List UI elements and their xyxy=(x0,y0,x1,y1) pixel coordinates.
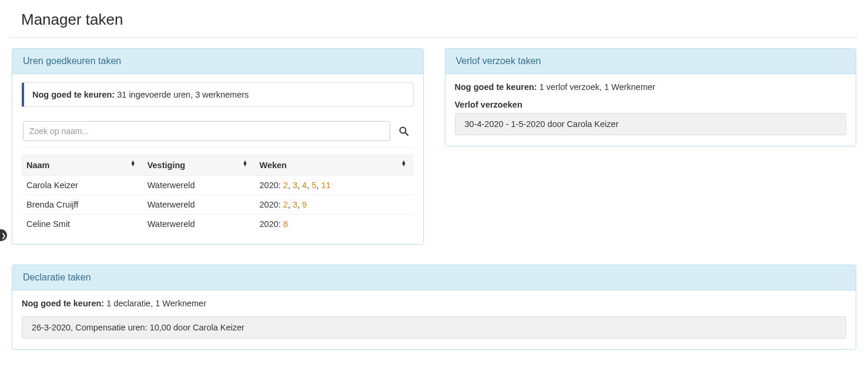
cell-location: Waterwereld xyxy=(143,176,255,195)
cell-weeks: 2020: 2, 3, 9 xyxy=(255,195,414,215)
cell-weeks: 2020: 8 xyxy=(255,215,414,234)
cell-name: Brenda Cruijff xyxy=(22,195,143,215)
week-separator: , xyxy=(288,200,293,209)
panel-body-leave: Nog goed te keuren: 1 verlof verzoek, 1 … xyxy=(445,74,856,146)
week-link[interactable]: 3 xyxy=(293,181,297,190)
column-left: Uren goedkeuren taken Nog goed te keuren… xyxy=(12,48,424,245)
svg-line-1 xyxy=(405,133,408,136)
left-edge-handle[interactable]: ❯ xyxy=(0,229,7,241)
weeks-year-label: 2020: xyxy=(260,200,283,209)
cell-name: Carola Keizer xyxy=(22,176,143,195)
week-link[interactable]: 9 xyxy=(302,200,307,209)
pending-label: Nog goed te keuren: xyxy=(22,299,104,308)
cell-location: Waterwereld xyxy=(143,215,255,234)
expenses-pending-line: Nog goed te keuren: 1 declaratie, 1 Werk… xyxy=(22,299,846,308)
sort-icon: ▲▼ xyxy=(130,161,136,166)
sort-icon: ▲▼ xyxy=(401,161,407,166)
pending-text: 31 ingevoerde uren, 3 werknemers xyxy=(117,90,249,99)
week-separator: , xyxy=(288,181,293,190)
column-header-weeks-label: Weken xyxy=(260,161,287,170)
pending-label: Nog goed te keuren: xyxy=(32,90,115,99)
panel-hours-approval: Uren goedkeuren taken Nog goed te keuren… xyxy=(12,48,424,245)
table-row: Carola KeizerWaterwereld2020: 2, 3, 4, 5… xyxy=(22,176,414,195)
panel-expenses: Declaratie taken Nog goed te keuren: 1 d… xyxy=(12,265,856,350)
week-separator: , xyxy=(297,200,302,209)
week-link[interactable]: 8 xyxy=(283,219,288,229)
panel-header-expenses: Declaratie taken xyxy=(12,265,856,290)
column-header-name-label: Naam xyxy=(26,161,50,170)
week-link[interactable]: 3 xyxy=(293,200,297,209)
arrow-right-icon: ❯ xyxy=(1,232,6,239)
weeks-year-label: 2020: xyxy=(260,219,283,229)
two-column-layout: Uren goedkeuren taken Nog goed te keuren… xyxy=(9,48,859,245)
expense-item[interactable]: 26-3-2020, Compensatie uren: 10,00 door … xyxy=(22,316,846,339)
search-row xyxy=(22,121,414,141)
pending-label: Nog goed te keuren: xyxy=(455,82,537,92)
search-icon xyxy=(399,126,408,136)
cell-name: Celine Smit xyxy=(22,215,143,234)
search-divider xyxy=(22,147,414,148)
panel-header-leave: Verlof verzoek taken xyxy=(445,49,856,74)
week-link[interactable]: 4 xyxy=(302,181,307,190)
cell-weeks: 2020: 2, 3, 4, 5, 11 xyxy=(255,176,414,195)
panel-body-hours: Nog goed te keuren: 31 ingevoerde uren, … xyxy=(12,74,423,244)
pending-text: 1 declaratie, 1 Werknemer xyxy=(106,299,206,308)
table-row: Brenda CruijffWaterwereld2020: 2, 3, 9 xyxy=(22,195,414,215)
panel-leave-requests: Verlof verzoek taken Nog goed te keuren:… xyxy=(445,48,857,146)
leave-request-item[interactable]: 30-4-2020 - 1-5-2020 door Carola Keizer xyxy=(455,113,847,135)
week-link[interactable]: 2 xyxy=(283,181,288,190)
leave-subheading: Verlof verzoeken xyxy=(455,100,847,109)
search-input[interactable] xyxy=(23,121,390,141)
week-separator: , xyxy=(297,181,302,190)
pending-text: 1 verlof verzoek, 1 Werknemer xyxy=(539,82,655,92)
column-header-weeks[interactable]: Weken ▲▼ xyxy=(255,155,414,176)
cell-location: Waterwereld xyxy=(143,195,255,215)
column-right: Verlof verzoek taken Nog goed te keuren:… xyxy=(445,48,857,245)
week-link[interactable]: 2 xyxy=(283,200,288,209)
weeks-year-label: 2020: xyxy=(260,181,283,190)
page-title: Manager taken xyxy=(9,0,859,37)
leave-pending-line: Nog goed te keuren: 1 verlof verzoek, 1 … xyxy=(455,82,847,92)
page-divider xyxy=(9,37,859,38)
hours-table: Naam ▲▼ Vestiging ▲▼ Weken ▲▼ xyxy=(22,155,414,233)
panel-header-hours: Uren goedkeuren taken xyxy=(12,49,423,74)
column-header-name[interactable]: Naam ▲▼ xyxy=(22,155,143,176)
sort-icon: ▲▼ xyxy=(243,161,248,166)
panel-body-expenses: Nog goed te keuren: 1 declaratie, 1 Werk… xyxy=(12,290,856,349)
table-row: Celine SmitWaterwereld2020: 8 xyxy=(22,215,414,234)
search-button[interactable] xyxy=(395,126,413,136)
column-header-location[interactable]: Vestiging ▲▼ xyxy=(143,155,255,176)
column-header-location-label: Vestiging xyxy=(148,161,185,170)
alert-pending-hours: Nog goed te keuren: 31 ingevoerde uren, … xyxy=(22,82,414,107)
week-link[interactable]: 11 xyxy=(321,181,330,190)
